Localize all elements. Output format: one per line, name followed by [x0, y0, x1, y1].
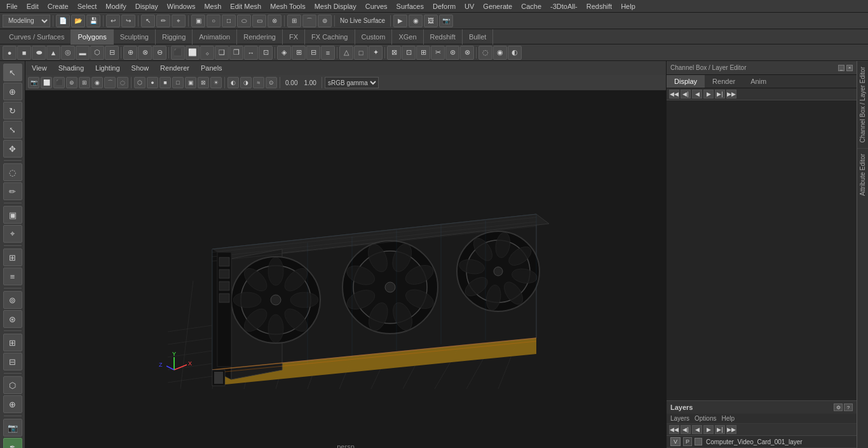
mode-dropdown[interactable]: Modeling Rigging Animation [3, 15, 50, 27]
move-tool-btn[interactable]: ⊕ [3, 83, 22, 100]
icon-relax[interactable]: ◐ [508, 46, 522, 60]
tab-redshift[interactable]: Redshift [424, 29, 463, 44]
icon-cone[interactable]: ▲ [46, 46, 60, 60]
vt-uv[interactable]: ⊠ [198, 77, 209, 88]
tab-polygons[interactable]: Polygons [71, 29, 113, 44]
icon-cyl[interactable]: ⬬ [32, 46, 46, 60]
vt-snap[interactable]: ⊚ [66, 77, 78, 88]
tab-rigging[interactable]: Rigging [156, 29, 193, 44]
tab-rendering[interactable]: Rendering [237, 29, 283, 44]
menu-file[interactable]: File [3, 1, 22, 11]
attr-editor-btn[interactable]: ≡ [3, 268, 22, 285]
menu-surfaces[interactable]: Surfaces [393, 1, 428, 11]
paint-weights-btn[interactable]: ✏ [3, 182, 22, 200]
vt-smooth-shade[interactable]: ● [147, 77, 158, 88]
menu-redshift[interactable]: Redshift [583, 1, 616, 11]
tab-custom[interactable]: Custom [355, 29, 393, 44]
save-file-btn[interactable]: 💾 [86, 15, 100, 27]
icon-unfold[interactable]: ⊞ [416, 46, 430, 60]
layer-options-btn[interactable]: ⚙ [834, 404, 843, 411]
vp-menu-panels[interactable]: Panels [198, 63, 225, 73]
icon-duplicate-face[interactable]: ❑ [215, 46, 229, 60]
vt-joints[interactable]: ◉ [92, 77, 103, 88]
vp-menu-show[interactable]: Show [129, 63, 152, 73]
viewport-canvas[interactable]: X Y Z persp [25, 90, 666, 448]
menu-edit-mesh[interactable]: Edit Mesh [226, 1, 265, 11]
panel-minimize-btn[interactable]: _ [838, 65, 844, 71]
pivot-btn[interactable]: ⊕ [3, 395, 22, 413]
vt-texture[interactable]: ▣ [185, 77, 196, 88]
icon-sew[interactable]: ⊛ [445, 46, 459, 60]
tab-render[interactable]: Render [705, 75, 743, 88]
menu-edit[interactable]: Edit [23, 1, 43, 11]
icon-triangulate[interactable]: △ [339, 46, 353, 60]
poly-sphere-btn[interactable]: ○ [207, 15, 220, 27]
panel-close-btn[interactable]: × [846, 65, 853, 71]
soft-sel-btn[interactable]: ◌ [3, 163, 22, 181]
icon-uv-editor[interactable]: ⊠ [387, 46, 401, 60]
camera-btn[interactable]: 📷 [3, 419, 22, 437]
icon-bridge[interactable]: ⬜ [186, 46, 200, 60]
snap2-btn[interactable]: ⊛ [3, 310, 22, 328]
icon-pipe[interactable]: ⊟ [105, 46, 119, 60]
icon-cube[interactable]: ■ [17, 46, 31, 60]
icon-collapse[interactable]: ⊡ [259, 46, 273, 60]
snap-to-curve-btn[interactable]: ⌒ [302, 15, 316, 27]
menu-generate[interactable]: Generate [479, 1, 516, 11]
vp-menu-renderer[interactable]: Renderer [158, 63, 192, 73]
vt-shadow[interactable]: ◐ [227, 77, 239, 88]
layers-menu-help[interactable]: Help [721, 415, 735, 422]
vt-grid[interactable]: ⊞ [79, 77, 90, 88]
menu-deform[interactable]: Deform [429, 1, 459, 11]
create-poly-btn[interactable]: ▣ [191, 15, 205, 27]
icon-auto-seam[interactable]: ⊗ [460, 46, 474, 60]
icon-average[interactable]: ◉ [493, 46, 507, 60]
icon-uv-map[interactable]: ⊡ [402, 46, 416, 60]
tab-bullet[interactable]: Bullet [463, 29, 494, 44]
cam-btn[interactable]: 📷 [439, 15, 453, 27]
scale-tool-btn[interactable]: ⤡ [3, 121, 22, 139]
snap-to-point-btn[interactable]: ⊚ [318, 15, 332, 27]
icon-cut[interactable]: ✂ [431, 46, 445, 60]
menu-modify[interactable]: Modify [102, 1, 130, 11]
paint-sel-btn[interactable]: ✏ [156, 15, 170, 27]
menu-mesh[interactable]: Mesh [200, 1, 225, 11]
poly-cyl-btn[interactable]: ⬭ [237, 15, 251, 27]
layer-scroll-first[interactable]: ◀◀ [669, 90, 679, 98]
remove-div-btn[interactable]: ⊟ [3, 353, 22, 370]
universal-manip-btn[interactable]: ✥ [3, 140, 22, 158]
menu-3dtall[interactable]: -3DtoAll- [546, 1, 581, 11]
rect-sel-btn[interactable]: ▣ [3, 206, 22, 224]
menu-windows[interactable]: Windows [163, 1, 200, 11]
menu-cache[interactable]: Cache [517, 1, 545, 11]
menu-mesh-display[interactable]: Mesh Display [311, 1, 360, 11]
icon-offset-edge[interactable]: ≡ [321, 46, 335, 60]
lc-btn3[interactable]: ◀ [692, 425, 702, 434]
layer-scroll-next-large[interactable]: ▶| [715, 90, 725, 98]
tab-fx-caching[interactable]: FX Caching [305, 29, 355, 44]
snap-btn[interactable]: ⊚ [3, 291, 22, 309]
icon-smooth[interactable]: ◌ [478, 46, 492, 60]
poly-torus-btn[interactable]: ⊗ [268, 15, 281, 27]
menu-help[interactable]: Help [617, 1, 639, 11]
icon-bevel[interactable]: ◈ [277, 46, 291, 60]
lc-btn2[interactable]: ◀| [681, 425, 691, 434]
icon-merge[interactable]: ↔ [244, 46, 258, 60]
tab-curves-surfaces[interactable]: Curves / Surfaces [3, 29, 71, 44]
lasso-sel-btn2[interactable]: ⌖ [3, 225, 22, 243]
snap-to-grid-btn[interactable]: ⊞ [287, 15, 301, 27]
icon-quadrangulate[interactable]: □ [354, 46, 368, 60]
menu-uv[interactable]: UV [461, 1, 478, 11]
select-tool-btn[interactable]: ↖ [3, 64, 22, 81]
icon-torus[interactable]: ◎ [61, 46, 75, 60]
open-file-btn[interactable]: 📂 [71, 15, 85, 27]
vt-bounding[interactable]: □ [172, 77, 184, 88]
layers-menu-options[interactable]: Options [695, 415, 716, 422]
lc-btn5[interactable]: ▶| [715, 425, 725, 434]
menu-curves[interactable]: Curves [362, 1, 391, 11]
layer-help-btn[interactable]: ? [844, 404, 853, 411]
icon-platonic[interactable]: ⬡ [90, 46, 104, 60]
layer-scroll-last[interactable]: ▶▶ [726, 90, 736, 98]
show-manip-btn[interactable]: ⊞ [3, 248, 22, 266]
tab-xgen[interactable]: XGen [392, 29, 423, 44]
